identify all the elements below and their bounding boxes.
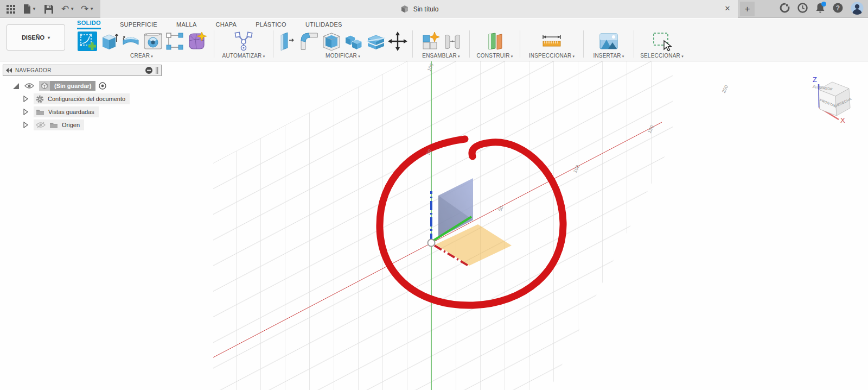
user-avatar[interactable] [851, 2, 864, 17]
shell-icon[interactable] [321, 31, 342, 52]
panel-resize-handle-icon[interactable] [155, 67, 158, 74]
svg-text:?: ? [836, 4, 840, 12]
document-tab[interactable]: Sin título ✕ [100, 0, 738, 18]
construction-plane-icon[interactable] [484, 31, 505, 52]
root-expander-icon[interactable] [12, 83, 20, 90]
group-divider [412, 30, 413, 58]
navigator-item-doc-settings[interactable]: Configuración del documento [3, 93, 165, 105]
folder-icon [36, 109, 44, 116]
item-label: Configuración del documento [48, 96, 125, 102]
split-body-icon[interactable] [366, 31, 386, 52]
hide-panel-icon[interactable] [145, 67, 152, 74]
group-inspeccionar: INSPECCIONAR [521, 29, 582, 61]
combine-icon[interactable] [343, 31, 364, 52]
collapse-panel-icon[interactable] [6, 68, 12, 73]
navigator-item-origin[interactable]: Origen [3, 119, 165, 131]
navigator-header[interactable]: NAVEGADOR [3, 65, 162, 76]
group-divider [214, 30, 214, 58]
group-divider [273, 30, 273, 58]
new-tab-button[interactable]: + [740, 2, 755, 16]
undo-caret-icon: ▼ [70, 7, 74, 11]
form-icon[interactable] [186, 31, 207, 52]
hole-icon[interactable] [143, 31, 163, 52]
file-menu-caret-icon: ▼ [32, 7, 36, 11]
group-automatizar: AUTOMATIZAR [215, 29, 272, 61]
navigator-panel: NAVEGADOR (Sin guardar) Configuración de… [3, 65, 165, 132]
group-label-automatizar[interactable]: AUTOMATIZAR [222, 53, 265, 59]
tab-chapa[interactable]: CHAPA [216, 21, 237, 29]
press-pull-icon[interactable] [279, 31, 297, 52]
fillet-icon[interactable] [299, 31, 320, 52]
group-crear: CREAR [71, 29, 213, 61]
save-icon[interactable] [41, 2, 56, 17]
expander-icon[interactable] [23, 122, 28, 128]
create-sketch-icon[interactable] [77, 31, 98, 52]
select-icon[interactable] [651, 31, 673, 52]
item-label: Origen [62, 122, 80, 128]
origin-point[interactable] [428, 240, 435, 247]
group-label-crear[interactable]: CREAR [130, 53, 153, 59]
joint-icon[interactable] [443, 31, 462, 52]
notification-badge [821, 2, 826, 7]
extensions-icon[interactable] [780, 3, 790, 15]
tab-utilidades[interactable]: UTILIDADES [305, 21, 342, 29]
group-divider [634, 30, 634, 58]
document-title: Sin título [413, 5, 439, 13]
tab-plastico[interactable]: PLÁSTICO [256, 21, 286, 29]
activate-component-radio-icon[interactable] [99, 82, 106, 90]
document-root-name[interactable]: (Sin guardar) [50, 81, 95, 91]
measure-icon[interactable] [541, 32, 563, 51]
extrude-icon[interactable] [99, 31, 119, 52]
tab-malla[interactable]: MALLA [176, 21, 197, 29]
expander-icon[interactable] [23, 96, 28, 102]
ribbon-tab-bar: SOLIDO SUPERFICIE MALLA CHAPA PLÁSTICO U… [77, 18, 342, 29]
group-ensamblar: ENSAMBLAR [414, 29, 468, 61]
pattern-icon[interactable] [165, 32, 184, 51]
group-divider [583, 30, 584, 58]
title-bar: ▼ ↶▼ ↷▼ Sin título ✕ + ? [0, 0, 868, 18]
viewcube-x-label: X [840, 116, 845, 124]
group-insertar: INSERTAR [585, 29, 633, 61]
folder-icon [49, 122, 58, 129]
viewcube[interactable]: SUPERIOR FRONTAL DERECHA Z X [784, 68, 854, 130]
tab-superficie[interactable]: SUPERFICIE [120, 21, 157, 29]
group-divider [520, 30, 520, 58]
undo-icon[interactable]: ↶▼ [60, 2, 76, 17]
component-cube-icon[interactable] [39, 81, 50, 91]
document-cube-icon [400, 5, 409, 13]
group-label-modificar[interactable]: MODIFICAR [326, 53, 360, 59]
close-tab-icon[interactable]: ✕ [723, 4, 732, 12]
group-label-insertar[interactable]: INSERTAR [593, 53, 624, 59]
job-status-clock-icon[interactable] [797, 3, 808, 15]
revolve-icon[interactable] [120, 32, 141, 51]
viewcube-z-label: Z [813, 76, 817, 84]
notifications-bell-icon[interactable] [815, 3, 825, 15]
new-component-icon[interactable] [421, 31, 442, 52]
file-menu-icon[interactable]: ▼ [22, 2, 38, 17]
group-modificar: MODIFICAR [275, 29, 411, 61]
help-icon[interactable]: ? [833, 3, 843, 15]
group-label-construir[interactable]: CONSTRUIR [476, 53, 513, 59]
group-label-inspeccionar[interactable]: INSPECCIONAR [529, 53, 575, 59]
visibility-off-eye-icon[interactable] [36, 122, 46, 128]
expander-icon[interactable] [23, 109, 28, 115]
redo-icon[interactable]: ↷▼ [79, 2, 95, 17]
ribbon-toolbar: SOLIDO SUPERFICIE MALLA CHAPA PLÁSTICO U… [0, 18, 868, 61]
navigator-root-row[interactable]: (Sin guardar) [3, 80, 165, 92]
automate-icon[interactable] [233, 31, 254, 52]
insert-image-icon[interactable] [598, 32, 619, 51]
group-seleccionar: SELECCIONAR [635, 29, 688, 61]
item-label: Vistas guardadas [48, 109, 94, 115]
tab-solido[interactable]: SOLIDO [77, 20, 101, 29]
gear-icon [36, 95, 44, 103]
group-label-ensamblar[interactable]: ENSAMBLAR [422, 53, 459, 59]
visibility-eye-icon[interactable] [24, 83, 34, 89]
move-icon[interactable] [388, 32, 407, 51]
navigator-item-saved-views[interactable]: Vistas guardadas [3, 106, 165, 118]
group-construir: CONSTRUIR [471, 29, 519, 61]
navigator-title: NAVEGADOR [15, 67, 145, 73]
app-grid-menu-icon[interactable] [3, 2, 18, 17]
workspace-selector-button[interactable]: DISEÑO [7, 24, 65, 51]
group-divider [469, 30, 470, 58]
group-label-seleccionar[interactable]: SELECCIONAR [640, 53, 684, 59]
